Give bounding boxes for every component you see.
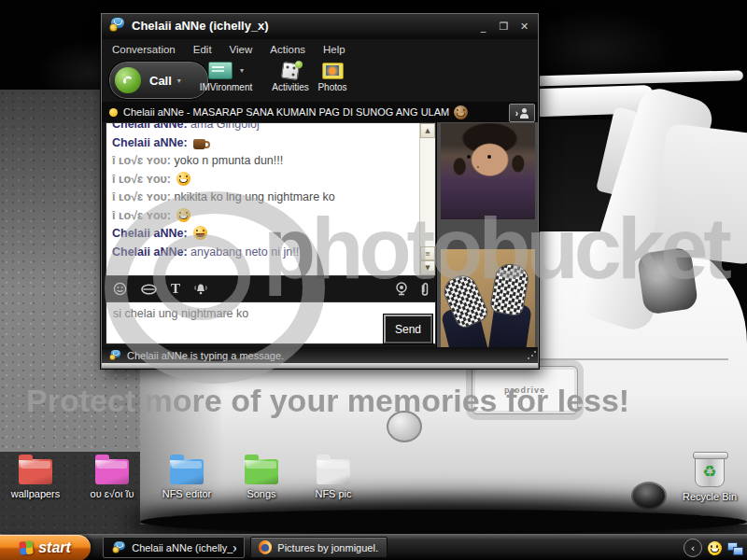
attach-file-icon[interactable] — [419, 282, 430, 297]
typing-status-bar: Chelaii aNNe is typing a message. — [102, 347, 538, 363]
status-message: Chelaii aNNe - MASARAP SANA KUMAIN PAG D… — [123, 106, 449, 118]
grin-emoticon — [176, 208, 190, 222]
chat-message: Chelaii aNNe: anyabang neto ni jn!! — [112, 244, 420, 262]
desktop-icon-label: Songs — [226, 488, 297, 499]
desktop-icon-label: wallpapers — [0, 488, 71, 499]
desktop-icon-nfs-editor[interactable]: NFS editor — [151, 454, 222, 499]
desktop-icon-label: NFS editor — [151, 488, 222, 499]
scroll-up-button[interactable]: ▲ — [420, 123, 435, 138]
tray-messenger-icon[interactable] — [708, 541, 722, 555]
compose-toolbar: T — [106, 276, 436, 301]
laugh-emoticon — [193, 226, 207, 240]
car-tail-light — [637, 246, 699, 315]
contact-panel-toggle-button[interactable]: › — [509, 104, 535, 122]
tray-network-icon[interactable] — [727, 541, 743, 555]
imvironment-label: IMVironment — [196, 82, 256, 92]
taskbar-item-label: Pictures by jonmiguel... — [277, 542, 379, 553]
message-input[interactable]: si chelai ung nightmare ko Send — [106, 301, 436, 344]
chat-message: î ʟᴏ√ɛ ʏᴏᴜ: — [112, 171, 420, 189]
desktop-icon-nfs-pic[interactable]: NFS pic — [298, 454, 369, 499]
minimize-button[interactable]: _ — [477, 21, 489, 33]
format-text-button[interactable]: T — [171, 282, 180, 296]
chevron-right-icon: › — [515, 108, 518, 119]
photo-sharing-panel — [436, 122, 538, 348]
menu-bar: Conversation Edit View Actions Help — [102, 39, 539, 59]
photos-label: Photos — [303, 82, 362, 92]
folder-icon — [95, 459, 129, 484]
own-webcam-photo[interactable] — [441, 249, 535, 347]
folder-icon — [19, 459, 52, 484]
window-bottom-edge — [102, 363, 538, 368]
desktop-icon-ou-evol-iu[interactable]: оυ ɛ√оι ĩυ — [77, 454, 148, 499]
chat-history[interactable]: Chelaii aNNe: ama Gingoloj Chelaii aNNe:… — [106, 122, 436, 276]
tray-collapse-button[interactable]: ‹ — [684, 539, 702, 557]
typing-status: Chelaii aNNe is typing a message. — [127, 350, 284, 361]
car-shadow — [140, 510, 747, 534]
photos-button[interactable]: Photos — [303, 61, 362, 92]
window-titlebar[interactable]: Chelaii aNNe (ichelly_x) _ ❐ ✕ — [102, 14, 538, 39]
desktop-icon-wallpapers[interactable]: wallpapers — [0, 454, 71, 499]
contact-status-banner: Chelaii aNNe - MASARAP SANA KUMAIN PAG D… — [102, 102, 538, 122]
taskbar-item-browser[interactable]: Pictures by jonmiguel... — [250, 537, 388, 558]
close-button[interactable]: ✕ — [518, 21, 530, 33]
activities-icon — [281, 61, 300, 79]
imvironment-button[interactable]: ▾ IMVironment — [196, 61, 256, 92]
coffee-emoticon — [193, 139, 205, 149]
chat-message: Chelaii aNNe: — [112, 134, 420, 153]
emoticon-picker-button[interactable] — [113, 282, 127, 296]
start-label: start — [38, 539, 71, 556]
call-dropdown-icon[interactable]: ▾ — [177, 77, 181, 85]
recycle-glyph: ♻ — [702, 464, 716, 480]
desktop-icon-label: NFS pic — [298, 488, 369, 499]
chat-message: î ʟᴏ√ɛ ʏᴏᴜ: — [112, 207, 420, 226]
folder-icon — [170, 459, 204, 484]
maximize-button[interactable]: ❐ — [498, 21, 510, 33]
yahoo-messenger-icon — [112, 541, 125, 553]
taskbar: start Chelaii aNNe (ichelly_x) Pictures … — [0, 534, 747, 560]
chat-message: Chelaii aNNe: — [112, 225, 420, 244]
system-tray: ‹ — [684, 535, 743, 560]
desktop-icon-songs[interactable]: Songs — [226, 454, 297, 499]
resize-grip[interactable] — [527, 351, 536, 360]
desktop-icon-recycle-bin[interactable]: ♻ Recycle Bin — [674, 454, 745, 502]
message-input-value: si chelai ung nightmare ko — [113, 307, 248, 320]
folder-icon — [317, 459, 350, 484]
scroll-down-button[interactable]: ▼ — [420, 260, 435, 275]
folder-icon — [245, 459, 278, 484]
contact-webcam-photo[interactable] — [441, 123, 535, 219]
send-button[interactable]: Send — [384, 315, 432, 343]
chat-message: Chelaii aNNe: ama Gingoloj — [112, 123, 420, 134]
menu-help[interactable]: Help — [323, 44, 345, 55]
taskbar-item-messenger[interactable]: Chelaii aNNe (ichelly_x) — [103, 537, 245, 558]
chat-message: î ʟᴏ√ɛ ʏᴏᴜ: nkikita ko lng ung nightmare… — [112, 189, 420, 207]
call-button[interactable]: Call ▾ — [109, 62, 208, 99]
phone-icon — [115, 67, 141, 93]
taskbar-item-label: Chelaii aNNe (ichelly_x) — [132, 542, 236, 553]
firefox-icon — [259, 540, 272, 554]
photos-icon — [322, 63, 344, 79]
menu-conversation[interactable]: Conversation — [112, 44, 176, 55]
imvironment-icon — [208, 62, 233, 79]
menu-view[interactable]: View — [230, 44, 253, 55]
car-license-plate: prodrive — [472, 367, 577, 413]
imvironment-dropdown-icon: ▾ — [240, 66, 244, 75]
chat-log: Chelaii aNNe: ama Gingoloj Chelaii aNNe:… — [106, 123, 420, 275]
buzz-button[interactable] — [194, 283, 207, 296]
arrow-down-icon: ▼ — [425, 264, 430, 272]
webcam-button[interactable] — [395, 282, 408, 296]
yahoo-messenger-icon — [109, 18, 125, 32]
menu-actions[interactable]: Actions — [270, 44, 305, 55]
window-title: Chelaii aNNe (ichelly_x) — [132, 19, 269, 33]
scroll-to-recent-button[interactable]: ≡ — [420, 246, 435, 260]
presence-idle-icon — [109, 108, 118, 117]
monkey-emoticon — [454, 105, 468, 119]
start-button[interactable]: start — [0, 535, 91, 560]
chat-message: î ʟᴏ√ɛ ʏᴏᴜ: yoko n pmunta dun!!! — [112, 152, 420, 171]
audibles-button[interactable] — [141, 284, 157, 295]
yahoo-messenger-icon — [109, 350, 121, 360]
car-emblem — [387, 411, 422, 442]
menu-edit[interactable]: Edit — [193, 44, 212, 55]
grin-emoticon — [176, 172, 190, 186]
chat-scrollbar[interactable]: ▲ ≡ ▼ — [419, 123, 435, 275]
recycle-bin-icon: ♻ — [695, 455, 725, 487]
